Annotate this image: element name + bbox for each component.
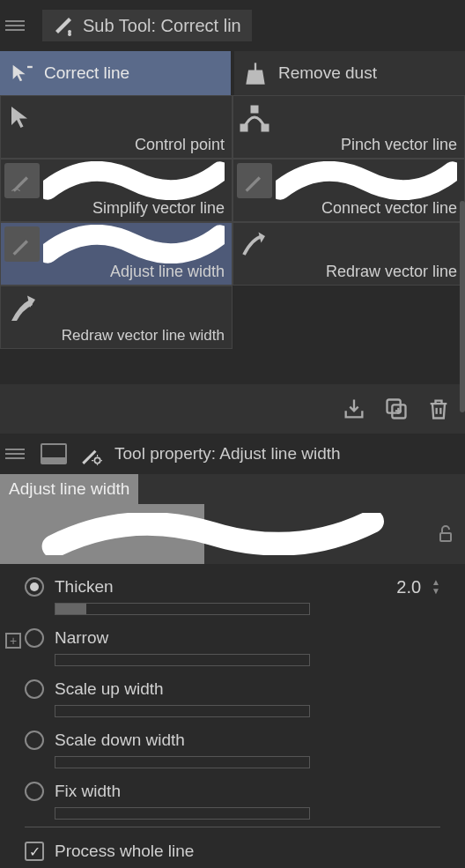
broom-icon bbox=[243, 61, 268, 85]
svg-point-13 bbox=[94, 457, 100, 464]
import-icon[interactable] bbox=[342, 397, 366, 421]
svg-rect-14 bbox=[440, 533, 451, 541]
tool-redraw-vector[interactable]: Redraw vector line bbox=[232, 222, 465, 286]
svg-rect-4 bbox=[241, 125, 247, 130]
svg-rect-5 bbox=[262, 125, 268, 130]
option-fix-width[interactable]: Fix width bbox=[0, 775, 465, 807]
scale-up-slider[interactable] bbox=[55, 705, 310, 717]
scale-down-slider[interactable] bbox=[55, 756, 310, 768]
duplicate-icon[interactable] bbox=[384, 397, 409, 421]
redraw-icon bbox=[239, 228, 270, 260]
value-stepper[interactable]: ▲▼ bbox=[432, 579, 440, 595]
checkbox-icon bbox=[25, 842, 44, 861]
pen-squiggle-icon bbox=[10, 168, 34, 193]
pen-gear-icon bbox=[79, 442, 102, 465]
tool-adjust-line-width[interactable]: Adjust line width bbox=[0, 222, 232, 286]
unlock-icon[interactable] bbox=[435, 523, 456, 545]
svg-point-0 bbox=[69, 31, 70, 33]
radio-icon bbox=[25, 782, 44, 801]
radio-label: Thicken bbox=[55, 577, 386, 597]
tab-remove-dust-label: Remove dust bbox=[278, 63, 377, 83]
tool-label: Redraw vector line width bbox=[62, 327, 225, 345]
radio-label: Fix width bbox=[55, 782, 440, 801]
radio-label: Scale down width bbox=[55, 731, 440, 750]
pinch-icon bbox=[239, 101, 270, 133]
option-scale-down[interactable]: Scale down width bbox=[0, 724, 465, 756]
squiggle-preview bbox=[43, 161, 225, 200]
tab-correct-line-label: Correct line bbox=[44, 63, 129, 83]
fix-width-slider[interactable] bbox=[55, 807, 310, 820]
svg-rect-6 bbox=[252, 107, 257, 112]
tool-label: Adjust line width bbox=[110, 263, 225, 281]
expand-icon[interactable]: + bbox=[5, 633, 21, 649]
subtool-header: Sub Tool: Correct lin bbox=[42, 10, 252, 41]
tab-correct-line[interactable]: Correct line bbox=[0, 51, 231, 95]
option-thicken[interactable]: Thicken 2.0 ▲▼ bbox=[0, 571, 465, 603]
narrow-slider[interactable] bbox=[55, 654, 310, 666]
radio-icon bbox=[25, 679, 44, 699]
tool-control-point[interactable]: Control point bbox=[0, 95, 232, 159]
tool-simplify-vector[interactable]: Simplify vector line bbox=[0, 159, 232, 222]
tool-redraw-vector-width[interactable]: Redraw vector line width bbox=[0, 286, 232, 349]
process-whole-line-row[interactable]: Process whole line bbox=[0, 835, 465, 868]
trash-icon[interactable] bbox=[426, 397, 451, 421]
squiggle-preview bbox=[276, 161, 457, 200]
divider bbox=[25, 827, 440, 827]
thicken-slider[interactable] bbox=[55, 603, 310, 615]
tool-label: Control point bbox=[135, 136, 225, 154]
redraw-width-icon bbox=[6, 292, 38, 323]
preview-label: Adjust line width bbox=[0, 474, 138, 504]
tool-connect-vector[interactable]: Connect vector line bbox=[232, 159, 465, 222]
tool-label: Redraw vector line bbox=[326, 263, 457, 281]
cursor-line-icon bbox=[9, 61, 33, 85]
dock-icon[interactable] bbox=[41, 443, 67, 464]
tool-label: Pinch vector line bbox=[341, 136, 457, 154]
property-title: Tool property: Adjust line width bbox=[114, 444, 341, 464]
radio-icon bbox=[25, 577, 44, 597]
subtool-title: Sub Tool: Correct lin bbox=[83, 16, 241, 36]
pen-adjust-icon bbox=[53, 15, 74, 36]
radio-label: Scale up width bbox=[55, 679, 440, 699]
checkbox-label: Process whole line bbox=[55, 842, 440, 861]
tab-remove-dust[interactable]: Remove dust bbox=[234, 51, 465, 95]
radio-icon bbox=[25, 628, 44, 648]
pen-width-icon bbox=[10, 232, 34, 256]
squiggle-preview bbox=[43, 225, 225, 263]
scrollbar[interactable] bbox=[460, 201, 465, 412]
thicken-value: 2.0 bbox=[396, 577, 421, 597]
cursor-icon bbox=[6, 101, 38, 133]
brush-preview bbox=[0, 504, 426, 564]
svg-point-1 bbox=[69, 33, 70, 35]
option-scale-up[interactable]: Scale up width bbox=[0, 673, 465, 705]
tool-pinch-vector[interactable]: Pinch vector line bbox=[232, 95, 465, 159]
property-menu-icon[interactable] bbox=[5, 444, 25, 464]
tool-label: Simplify vector line bbox=[92, 199, 225, 218]
option-narrow[interactable]: Narrow bbox=[0, 622, 465, 654]
radio-icon bbox=[25, 731, 44, 750]
radio-label: Narrow bbox=[55, 628, 440, 648]
pen-squiggle-icon bbox=[242, 168, 267, 193]
tool-label: Connect vector line bbox=[321, 199, 457, 218]
menu-icon[interactable] bbox=[5, 16, 25, 35]
